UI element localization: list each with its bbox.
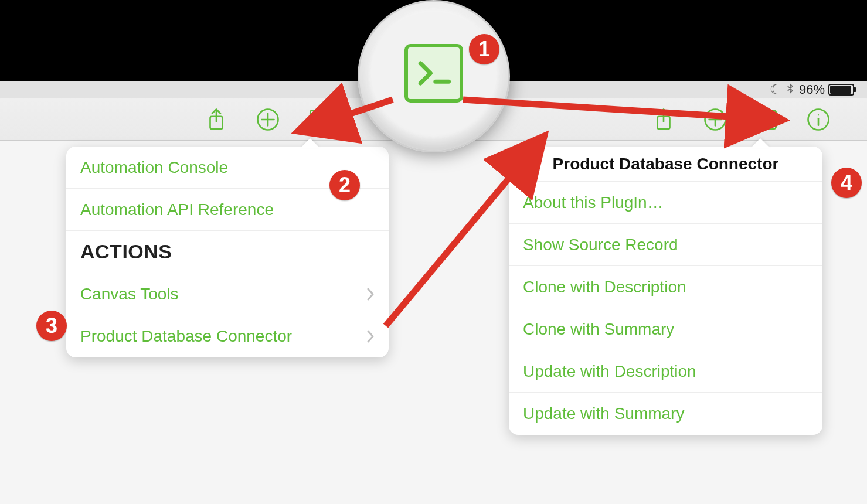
- status-right: ☾ 96%: [770, 82, 854, 97]
- menu-item-product-database-connector[interactable]: Product Database Connector: [66, 315, 389, 357]
- popover-header: Product Database Connector: [509, 147, 822, 182]
- action-label: About this PlugIn…: [523, 193, 664, 212]
- action-label: Clone with Description: [523, 278, 686, 297]
- menu-item-label: Canvas Tools: [80, 285, 179, 304]
- back-button[interactable]: [519, 155, 530, 173]
- callout-number: 3: [46, 314, 57, 338]
- action-label: Update with Description: [523, 362, 696, 381]
- svg-point-7: [818, 114, 819, 115]
- action-update-with-summary[interactable]: Update with Summary: [509, 393, 822, 435]
- toolbar-group-right: [651, 107, 831, 132]
- plus-circle-icon[interactable]: [256, 107, 280, 132]
- menu-item-label: Product Database Connector: [80, 327, 292, 346]
- action-update-with-description[interactable]: Update with Description: [509, 350, 822, 393]
- callout-4: 4: [831, 168, 862, 198]
- plugin-actions-popover: Product Database Connector About this Pl…: [509, 147, 822, 435]
- chevron-right-icon: [366, 329, 375, 343]
- action-clone-with-description[interactable]: Clone with Description: [509, 266, 822, 308]
- menu-section-header-label: ACTIONS: [80, 240, 172, 263]
- battery-percentage: 96%: [799, 82, 825, 97]
- share-icon[interactable]: [204, 107, 229, 132]
- chevron-right-icon: [366, 287, 375, 301]
- bluetooth-icon: [785, 82, 795, 97]
- callout-2: 2: [329, 170, 360, 200]
- info-icon[interactable]: [806, 107, 831, 132]
- terminal-icon: [404, 44, 463, 103]
- action-clone-with-summary[interactable]: Clone with Summary: [509, 308, 822, 350]
- do-not-disturb-icon: ☾: [770, 82, 781, 97]
- svg-rect-5: [757, 110, 776, 129]
- action-label: Update with Summary: [523, 404, 684, 423]
- callout-number: 4: [841, 171, 852, 195]
- action-label: Show Source Record: [523, 236, 678, 254]
- menu-item-label: Automation Console: [80, 158, 228, 177]
- action-show-source-record[interactable]: Show Source Record: [509, 224, 822, 266]
- battery-icon: [828, 84, 854, 96]
- automation-console-icon[interactable]: [307, 107, 332, 132]
- svg-rect-2: [310, 110, 329, 129]
- callout-number: 1: [478, 37, 490, 62]
- toolbar-group-left: [204, 107, 332, 132]
- menu-item-canvas-tools[interactable]: Canvas Tools: [66, 273, 389, 315]
- callout-number: 2: [339, 173, 351, 197]
- magnifier-callout: [358, 0, 510, 152]
- automation-console-icon[interactable]: [754, 107, 779, 132]
- popover-title: Product Database Connector: [509, 155, 822, 173]
- callout-3: 3: [36, 311, 67, 341]
- share-icon[interactable]: [651, 107, 676, 132]
- action-about-plugin[interactable]: About this PlugIn…: [509, 182, 822, 224]
- plus-circle-icon[interactable]: [703, 107, 727, 132]
- menu-item-label: Automation API Reference: [80, 200, 274, 219]
- action-label: Clone with Summary: [523, 320, 674, 339]
- callout-1: 1: [469, 34, 499, 64]
- menu-section-header-actions: ACTIONS: [66, 231, 389, 273]
